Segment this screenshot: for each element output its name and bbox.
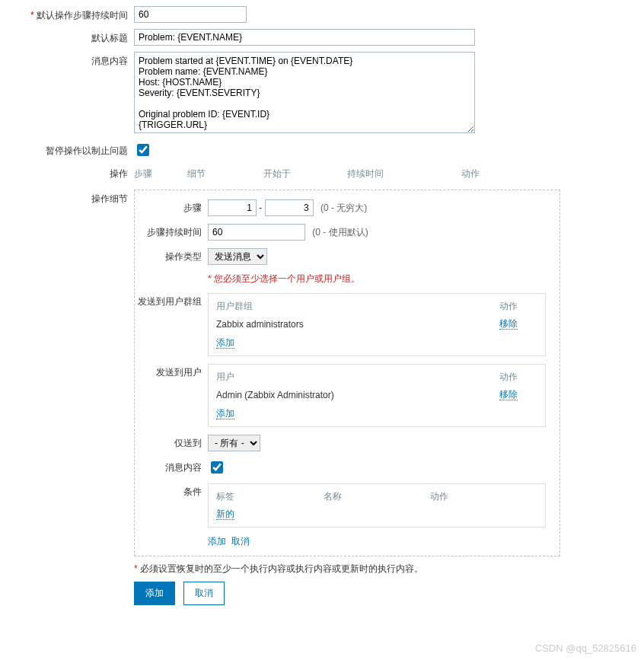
- op-type-label: 操作类型: [135, 248, 208, 263]
- step-duration-hint: (0 - 使用默认): [312, 227, 368, 238]
- ug-row-name: Zabbix administrators: [216, 319, 499, 330]
- u-add-link[interactable]: 添加: [216, 408, 234, 419]
- table-row: Admin (Zabbix Administrator) 移除: [216, 388, 537, 401]
- u-header-action: 动作: [499, 371, 537, 384]
- default-title-input[interactable]: [134, 29, 475, 46]
- details-cancel-link[interactable]: 取消: [231, 536, 250, 547]
- steps-to-input[interactable]: [265, 199, 314, 216]
- cond-header-name: 名称: [324, 490, 431, 503]
- message-label: 消息内容: [6, 52, 134, 68]
- msg-content-checkbox[interactable]: [211, 461, 223, 473]
- th-start: 开始于: [263, 167, 347, 180]
- op-type-select[interactable]: 发送消息: [208, 248, 267, 265]
- users-box: 用户 动作 Admin (Zabbix Administrator) 移除 添加: [208, 364, 546, 427]
- validation-error: * 您必须至少选择一个用户或用户组。: [208, 273, 360, 284]
- cond-header-tag: 标签: [216, 490, 324, 503]
- send-only-select[interactable]: - 所有 -: [208, 435, 260, 451]
- step-duration-input[interactable]: [208, 224, 305, 241]
- table-row: Zabbix administrators 移除: [216, 317, 537, 330]
- default-duration-label: 默认操作步骤持续时间: [6, 6, 134, 22]
- cancel-button[interactable]: 取消: [183, 582, 225, 605]
- msg-content-label: 消息内容: [135, 459, 208, 474]
- details-label: 操作细节: [6, 190, 134, 206]
- operations-header: 步骤 细节 开始于 持续时间 动作: [134, 164, 638, 183]
- ug-header-name: 用户群组: [216, 300, 499, 313]
- recovery-note: 必须设置恢复时的至少一个执行内容或执行内容或更新时的执行内容。: [140, 563, 423, 574]
- step-duration-label: 步骤持续时间: [135, 224, 208, 239]
- th-duration: 持续时间: [347, 167, 461, 180]
- add-button[interactable]: 添加: [134, 582, 175, 605]
- th-detail: 细节: [187, 167, 263, 180]
- steps-from-input[interactable]: [208, 199, 257, 216]
- u-remove-link[interactable]: 移除: [499, 389, 518, 400]
- u-row-name: Admin (Zabbix Administrator): [216, 390, 499, 400]
- steps-hint: (0 - 无穷大): [320, 202, 367, 213]
- u-header-name: 用户: [216, 371, 499, 384]
- steps-label: 步骤: [135, 199, 208, 215]
- th-step: 步骤: [134, 167, 187, 180]
- user-groups-box: 用户群组 动作 Zabbix administrators 移除 添加: [208, 293, 546, 356]
- details-panel: 步骤 - (0 - 无穷大) 步骤持续时间 (0 - 使用默认) 操作类型: [134, 190, 560, 556]
- ug-header-action: 动作: [499, 300, 537, 313]
- message-textarea[interactable]: [134, 52, 475, 133]
- pause-label: 暂停操作以制止问题: [6, 142, 134, 158]
- user-groups-label: 发送到用户群组: [135, 293, 208, 308]
- operations-label: 操作: [6, 164, 134, 180]
- conditions-box: 标签 名称 动作 新的: [208, 483, 546, 528]
- users-label: 发送到用户: [135, 364, 208, 379]
- cond-new-link[interactable]: 新的: [216, 509, 234, 520]
- details-add-link[interactable]: 添加: [208, 536, 226, 547]
- ug-remove-link[interactable]: 移除: [499, 318, 518, 330]
- default-title-label: 默认标题: [6, 29, 134, 45]
- cond-header-action: 动作: [430, 490, 537, 503]
- default-duration-input[interactable]: [134, 6, 247, 23]
- ug-add-link[interactable]: 添加: [216, 337, 234, 349]
- pause-checkbox[interactable]: [137, 144, 149, 156]
- send-only-label: 仅送到: [135, 435, 208, 450]
- conditions-label: 条件: [135, 483, 208, 499]
- th-action: 动作: [461, 167, 495, 180]
